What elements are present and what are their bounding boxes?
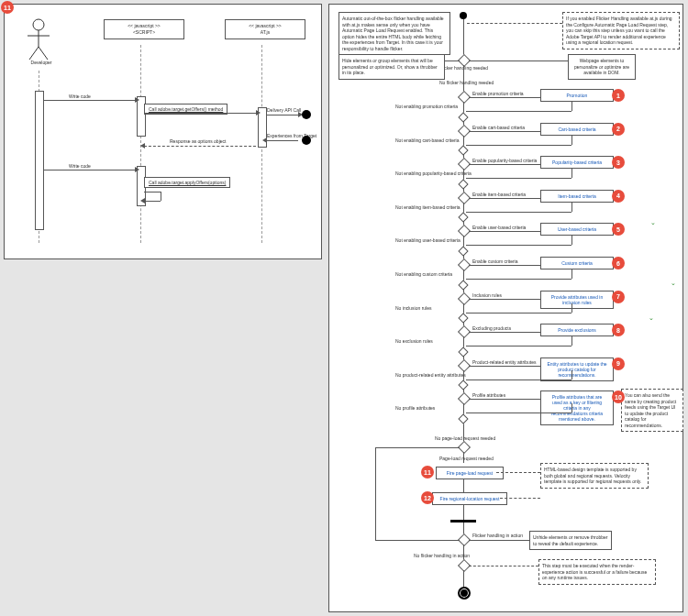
label-disable-8: No exclusion rules — [395, 338, 433, 344]
label-write-code-2: Write code — [69, 163, 91, 169]
label-enable-10: Profile attributes — [472, 392, 505, 398]
badge-row-7: 7 — [612, 291, 625, 303]
label-enable-7: Inclusion rules — [472, 292, 502, 298]
note-unhide: Unhide elements or remove throbber to re… — [529, 531, 612, 550]
label-disable-5: Not enabling user-based criteria — [395, 237, 461, 243]
note-auto-flicker: Automatic out-of-the-box flicker handlin… — [338, 12, 450, 55]
developer-activation — [35, 91, 44, 230]
label-disable-10: No profile attributes — [395, 405, 435, 411]
link-box-6[interactable]: Custom criteria — [540, 257, 614, 270]
badge-row-2: 2 — [612, 123, 625, 136]
badge-11: 11 — [1, 1, 14, 14]
decision-pageload — [458, 441, 471, 454]
link-box-10[interactable]: Profile attributes that are used as a ke… — [540, 390, 614, 425]
label-enable-1: Enable promotion criteria — [472, 91, 524, 96]
fire-pageload-box[interactable]: Fire page-load request — [436, 467, 504, 479]
label-enable-3: Enable popularity-based criteria — [472, 158, 537, 163]
svg-point-0 — [33, 19, 44, 30]
link-box-9[interactable]: Entity attributes to update the product … — [540, 358, 614, 381]
label-enable-9: Product-related entity attributes — [472, 359, 536, 365]
label-no-flicker: No flicker handling needed — [439, 80, 494, 85]
end-node — [458, 587, 471, 600]
link-box-8[interactable]: Provide exclusions — [540, 324, 614, 336]
flow-diagram-panel: Automatic out-of-the-box flicker handlin… — [328, 4, 683, 612]
link-box-1[interactable]: Promotion — [540, 89, 614, 102]
label-write-code-1: Write code — [69, 94, 91, 99]
terminal-api-call — [302, 110, 311, 119]
label-enable-8: Excluding products — [472, 325, 511, 331]
green-mark-2: ⌄ — [671, 280, 676, 287]
label-disable-6: Not enabling custom criteria — [395, 271, 452, 277]
link-box-2[interactable]: Cart-based criteria — [540, 123, 614, 136]
label-disable-9: No product-related entity attributes — [395, 372, 466, 378]
link-box-5[interactable]: User-based criteria — [540, 223, 614, 236]
terminal-experiences — [302, 136, 311, 145]
note-exec-step: This step must be executed when the rend… — [538, 559, 656, 585]
badge-fire-rl: 12 — [421, 491, 434, 504]
link-box-3[interactable]: Popularity-based criteria — [540, 156, 614, 169]
badge-row-4: 4 — [612, 190, 625, 203]
developer-label: Developer — [14, 60, 69, 65]
badge-fire-pl: 11 — [421, 466, 434, 478]
label-disable-7: No inclusion rules — [395, 305, 431, 311]
link-box-4[interactable]: Item-based criteria — [540, 190, 614, 203]
badge-row-8: 8 — [612, 324, 625, 336]
label-enable-4: Enable item-based criteria — [472, 192, 526, 197]
green-mark-1: ⌄ — [650, 219, 656, 226]
arrow-write-code-1 — [43, 100, 135, 101]
atjs-lifeline-head: << javascript >> AT.js — [225, 19, 305, 39]
label-disable-3: Not enabling popularity-based criteria — [395, 170, 472, 176]
note-product-feeds: You can also send the same by creating p… — [621, 389, 683, 432]
label-no-pageload: No page-load request needed — [435, 435, 495, 441]
label-enable-2: Enable cart-based criteria — [472, 125, 525, 130]
label-disable-2: Not enabling cart-based criteria — [395, 138, 459, 143]
script-lifeline-head: << javascript >> <SCRIPT> — [104, 19, 184, 39]
label-delivery-api-call: Delivery API Call — [267, 107, 301, 113]
note-skip-step: If you enabled Flicker Handling availabl… — [562, 12, 680, 50]
green-mark-3: ⌄ — [649, 314, 654, 322]
label-enable-6: Enable custom criteria — [472, 258, 517, 264]
start-node — [460, 12, 467, 19]
link-box-7[interactable]: Provide attributes used in inclusion rul… — [540, 291, 614, 309]
label-pageload-needed: Page-load request needed — [439, 456, 494, 461]
badge-row-3: 3 — [612, 156, 625, 169]
label-disable-4: Not enabling item-based criteria — [395, 204, 461, 210]
label-disable-1: Not enabling promotion criteria — [395, 104, 458, 109]
note-webpage-elements: Webpage elements to personalize or optim… — [568, 54, 636, 80]
label-flicker-action: Flicker handling in action — [472, 533, 523, 538]
svg-line-4 — [39, 47, 48, 60]
fire-regional-box[interactable]: Fire regional-location request — [432, 492, 507, 505]
badge-row-1: 1 — [612, 89, 625, 102]
label-no-flicker-action: No flicker handling in action — [414, 553, 470, 558]
call-applyoffers-box: Call adobe.target.applyOffers(options) — [144, 177, 230, 188]
badge-row-5: 5 — [612, 223, 625, 236]
note-html-template: HTML-based design template is supported … — [540, 463, 649, 489]
sequence-diagram-panel: 11 Developer << javascript >> <SCRIPT> <… — [4, 4, 322, 259]
note-hide-elements: Hide elements or group elements that wil… — [338, 54, 445, 80]
label-enable-5: Enable user-based criteria — [472, 225, 526, 230]
label-response-options: Response as options object — [170, 138, 226, 144]
badge-row-9: 9 — [612, 358, 625, 370]
svg-line-3 — [29, 47, 39, 60]
badge-row-6: 6 — [612, 257, 625, 270]
